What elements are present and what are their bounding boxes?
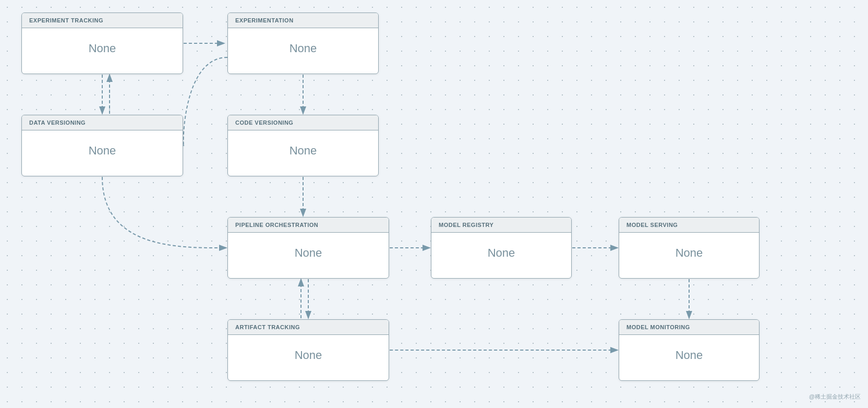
node-value-experimentation: None [228, 28, 378, 69]
node-value-artifact-tracking: None [228, 335, 389, 376]
node-value-pipeline-orchestration: None [228, 233, 389, 273]
diagram-container: EXPERIMENT TRACKINGNoneEXPERIMENTATIONNo… [0, 0, 868, 408]
node-header-model-serving: MODEL SERVING [619, 218, 759, 233]
arrow-data-ver-to-pipeline [102, 177, 226, 248]
node-header-experiment-tracking: EXPERIMENT TRACKING [22, 13, 183, 28]
node-experiment-tracking: EXPERIMENT TRACKINGNone [21, 13, 183, 74]
node-header-pipeline-orchestration: PIPELINE ORCHESTRATION [228, 218, 389, 233]
node-header-code-versioning: CODE VERSIONING [228, 115, 378, 130]
node-value-model-serving: None [619, 233, 759, 273]
node-header-experimentation: EXPERIMENTATION [228, 13, 378, 28]
node-model-monitoring: MODEL MONITORINGNone [619, 319, 760, 381]
node-value-model-monitoring: None [619, 335, 759, 376]
node-header-artifact-tracking: ARTIFACT TRACKING [228, 320, 389, 335]
node-data-versioning: DATA VERSIONINGNone [21, 115, 183, 176]
node-value-data-versioning: None [22, 130, 183, 171]
node-header-data-versioning: DATA VERSIONING [22, 115, 183, 130]
node-value-experiment-tracking: None [22, 28, 183, 69]
watermark: @稀土掘金技术社区 [809, 393, 861, 401]
node-model-serving: MODEL SERVINGNone [619, 217, 760, 279]
node-value-model-registry: None [431, 233, 571, 273]
arrow-exp-to-data-ver [184, 57, 227, 146]
node-pipeline-orchestration: PIPELINE ORCHESTRATIONNone [227, 217, 389, 279]
node-experimentation: EXPERIMENTATIONNone [227, 13, 379, 74]
node-model-registry: MODEL REGISTRYNone [431, 217, 572, 279]
node-header-model-monitoring: MODEL MONITORING [619, 320, 759, 335]
node-header-model-registry: MODEL REGISTRY [431, 218, 571, 233]
node-value-code-versioning: None [228, 130, 378, 171]
node-code-versioning: CODE VERSIONINGNone [227, 115, 379, 176]
node-artifact-tracking: ARTIFACT TRACKINGNone [227, 319, 389, 381]
